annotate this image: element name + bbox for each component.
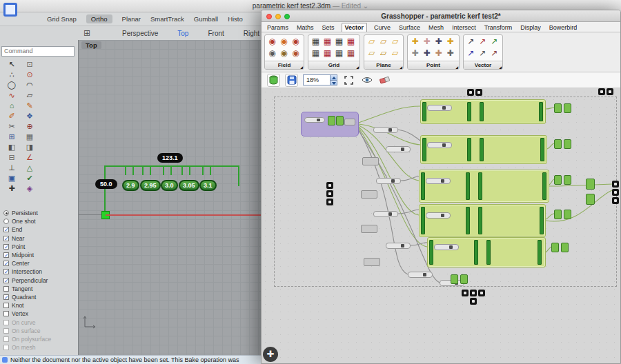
gh-node-bar[interactable] xyxy=(486,240,491,265)
gh-node-cell[interactable] xyxy=(564,210,571,219)
kerf-value-badge[interactable]: 3.1 xyxy=(199,180,217,191)
gh-node-panel[interactable] xyxy=(419,170,549,203)
gh-node-bar[interactable] xyxy=(421,207,425,234)
osnap-check-end[interactable]: ✓End xyxy=(3,225,77,234)
kerf-value-badge[interactable]: 3.0 xyxy=(161,180,178,191)
gh-menu-maths[interactable]: Maths xyxy=(295,23,315,32)
gh-node-bar[interactable] xyxy=(540,138,544,161)
gh-node-bar[interactable] xyxy=(542,172,546,200)
gh-menu-display[interactable]: Display xyxy=(519,23,542,32)
toolbar-gumball[interactable]: Gumball xyxy=(194,15,218,23)
join-icon[interactable]: ⊕ xyxy=(21,121,39,132)
field-component-icon[interactable]: ◉ xyxy=(278,48,290,59)
curve-icon[interactable]: ∿ xyxy=(3,90,21,101)
gh-node-bar[interactable] xyxy=(478,207,482,234)
canvas-compass-icon[interactable]: ✚ xyxy=(263,347,278,362)
tab-perspective[interactable]: Perspective xyxy=(122,30,158,37)
point-icon[interactable]: ⊙ xyxy=(21,70,39,80)
osnap-check-quadrant[interactable]: ✓Quadrant xyxy=(3,293,77,301)
gh-node-tag[interactable] xyxy=(326,199,333,205)
gh-menu-mesh[interactable]: Mesh xyxy=(427,23,445,32)
grid-component-icon[interactable]: ▦ xyxy=(310,36,322,48)
gh-menu-curve[interactable]: Curve xyxy=(373,23,392,32)
toolbar-histo[interactable]: Histo xyxy=(228,15,243,23)
gh-node-gray[interactable] xyxy=(361,225,377,233)
gh-group-expand-icon[interactable]: ◢ xyxy=(299,65,303,70)
gh-node-bar[interactable] xyxy=(480,138,484,161)
mesh-icon[interactable]: ▦ xyxy=(21,132,39,142)
gh-node-tag[interactable] xyxy=(326,182,333,189)
vector-component-icon[interactable]: ↗ xyxy=(465,36,477,48)
viewport-layout-icon[interactable]: ⊞ xyxy=(83,28,90,38)
preview-button[interactable] xyxy=(360,74,373,87)
gh-node-cell[interactable] xyxy=(460,274,468,284)
osnap-radio-one-shot[interactable]: One shot xyxy=(3,217,77,225)
field-component-icon[interactable]: ◉ xyxy=(278,36,290,48)
osnap-check-vertex[interactable]: Vertex xyxy=(3,310,77,318)
gh-titlebar[interactable]: Grasshopper - parametric kerf test2* xyxy=(262,10,620,22)
point-component-icon[interactable]: ✚ xyxy=(421,36,433,48)
gh-node-slider[interactable] xyxy=(408,272,433,278)
kerf-left-edge[interactable] xyxy=(104,165,106,215)
field-component-icon[interactable]: ◉ xyxy=(290,36,302,48)
gh-node-bar[interactable] xyxy=(421,172,425,200)
osnap-check-tangent[interactable]: Tangent xyxy=(3,285,77,293)
gh-node-bar[interactable] xyxy=(467,138,471,161)
point-component-icon[interactable]: ✚ xyxy=(409,36,421,48)
gh-node-cell[interactable] xyxy=(554,210,562,219)
gh-node-tag[interactable] xyxy=(612,197,619,204)
gh-node-cell[interactable] xyxy=(564,103,571,113)
gh-node-slider[interactable] xyxy=(386,243,411,249)
triangle-icon[interactable]: △ xyxy=(21,163,39,173)
field-component-icon[interactable]: ◉ xyxy=(266,36,278,48)
gh-group-label[interactable]: Plane◢ xyxy=(364,61,403,69)
grid-component-icon[interactable]: ▦ xyxy=(333,36,345,48)
maximize-button[interactable] xyxy=(284,14,290,19)
move-icon[interactable]: ✚ xyxy=(3,183,21,194)
tab-front[interactable]: Front xyxy=(208,30,224,37)
gh-node-bar[interactable] xyxy=(474,240,478,265)
array-icon[interactable]: ▣ xyxy=(3,173,21,183)
grid-component-icon[interactable]: ▦ xyxy=(322,36,333,48)
gem-icon[interactable]: ◈ xyxy=(21,183,39,194)
gh-menu-vector[interactable]: Vector xyxy=(342,23,368,32)
gh-node-tag[interactable] xyxy=(467,89,474,96)
split-icon[interactable]: ◧ xyxy=(3,142,21,152)
gh-menu-params[interactable]: Params xyxy=(266,23,290,32)
osnap-check-intersection[interactable]: ✓Intersection xyxy=(3,267,77,276)
toolbar-smarttrack[interactable]: SmartTrack xyxy=(150,15,184,23)
annotate-icon[interactable]: ✐ xyxy=(3,111,21,121)
gh-menu-intersect[interactable]: Intersect xyxy=(451,23,477,32)
gh-group-expand-icon[interactable]: ◢ xyxy=(455,65,458,70)
grid-component-icon[interactable]: ▦ xyxy=(322,48,333,59)
gh-node-gray[interactable] xyxy=(361,190,377,199)
gh-node-bar[interactable] xyxy=(466,207,470,234)
gh-node-tag[interactable] xyxy=(470,290,477,296)
vector-component-icon[interactable]: ↗ xyxy=(489,36,500,48)
command-input[interactable] xyxy=(1,46,75,57)
field-component-icon[interactable]: ◉ xyxy=(266,48,278,59)
point-component-icon[interactable]: ✚ xyxy=(433,48,444,59)
points-icon[interactable]: ∴ xyxy=(3,70,21,80)
circle-icon[interactable]: ◯ xyxy=(3,80,21,90)
gh-node-bar[interactable] xyxy=(480,102,484,121)
gh-group-label[interactable]: Vector◢ xyxy=(464,61,502,69)
vector-component-icon[interactable]: ↗ xyxy=(477,36,489,48)
gh-node-bar[interactable] xyxy=(538,240,542,265)
gh-node-cell[interactable] xyxy=(586,179,595,190)
gh-node-tag[interactable] xyxy=(475,89,482,96)
point-component-icon[interactable]: ✚ xyxy=(421,48,433,59)
vector-component-icon[interactable]: ↗ xyxy=(489,48,500,59)
gh-group-expand-icon[interactable]: ◢ xyxy=(399,65,402,70)
gh-node-cell[interactable] xyxy=(554,175,562,185)
perpendicular-icon[interactable]: ⊥ xyxy=(3,163,21,173)
gh-node-cell[interactable] xyxy=(586,194,595,205)
draw-icon[interactable]: ✎ xyxy=(21,101,39,111)
gh-group-label[interactable]: Grid◢ xyxy=(308,61,359,69)
gh-node-bar[interactable] xyxy=(466,172,470,200)
surface-icon[interactable]: ❖ xyxy=(21,111,39,121)
gh-node-slider[interactable] xyxy=(386,146,411,152)
mirror-icon[interactable]: ◨ xyxy=(21,142,39,152)
toolbar-ortho[interactable]: Ortho xyxy=(86,14,112,23)
osnap-check-midpoint[interactable]: ✓Midpoint xyxy=(3,251,77,259)
